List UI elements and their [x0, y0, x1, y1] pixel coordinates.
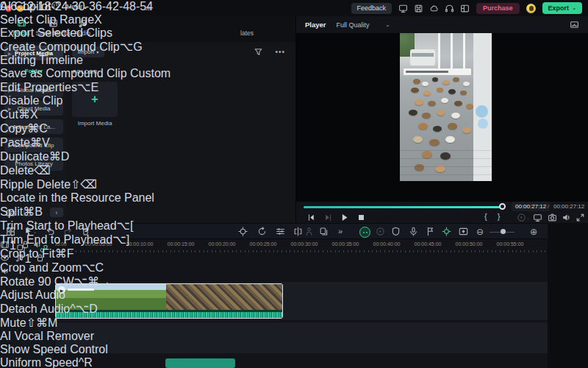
split-icon[interactable]: [293, 227, 303, 236]
next-frame-icon[interactable]: [323, 213, 333, 222]
menu-item-ai-vocal-remover[interactable]: AI Vocal Remover: [0, 330, 171, 343]
stop-icon[interactable]: [356, 213, 366, 222]
cat-blob: [409, 110, 417, 116]
cat-blob: [437, 110, 445, 116]
snapshot-icon[interactable]: [548, 213, 557, 222]
tab-lates[interactable]: lates: [226, 18, 268, 37]
filmora-window: Feedback Purchase Export ⌄ MediaStock Me…: [0, 0, 588, 368]
cat-blob: [462, 127, 471, 133]
mirror-screen-icon[interactable]: [533, 213, 542, 222]
player-panel: Player Full Quality⌄: [295, 16, 588, 223]
adjust-sliders-icon[interactable]: [276, 227, 285, 236]
ruler-timecode: 00:00:45:00: [415, 241, 442, 247]
cat-blob: [466, 104, 473, 109]
ruler-timecode: 00:00:50:00: [456, 241, 483, 247]
menu-item-copy[interactable]: Copy⌘C: [0, 121, 171, 135]
pavement-tiles: [400, 150, 492, 181]
menu-item-rotate-90-cw[interactable]: Rotate 90 CW⌥⌘→: [0, 275, 171, 289]
menu-item-crop-and-zoom[interactable]: Crop and Zoom⌥C: [0, 261, 171, 275]
cat-blob: [460, 91, 467, 95]
seek-handle[interactable]: [499, 203, 506, 210]
cat-blob: [428, 101, 436, 106]
ai-portrait-icon[interactable]: [359, 227, 370, 238]
speed-icon[interactable]: [304, 227, 314, 236]
mask-icon[interactable]: [391, 227, 401, 236]
render-play-icon[interactable]: [376, 227, 385, 236]
motion-track-icon[interactable]: [238, 227, 248, 236]
headset-icon[interactable]: [445, 4, 454, 13]
preview-mode-icon[interactable]: [570, 20, 579, 29]
fullscreen-icon[interactable]: [576, 213, 585, 222]
timecode-separator: /: [548, 203, 549, 210]
current-timecode: 00:00:27:12: [512, 202, 550, 211]
previous-frame-icon[interactable]: [306, 213, 316, 222]
cat-blob: [413, 79, 420, 84]
menu-item-crop-to-fit[interactable]: Crop to Fit⌘F: [0, 247, 171, 261]
zoom-in-icon[interactable]: ⊕: [530, 227, 537, 237]
menu-item-delete[interactable]: Delete⌫: [0, 163, 171, 177]
play-icon[interactable]: [340, 213, 349, 222]
ruler-timecode: 00:00:55:00: [497, 241, 524, 247]
ai-frame-icon[interactable]: [442, 227, 451, 236]
workspace-icon[interactable]: [460, 4, 470, 13]
feedback-button[interactable]: Feedback: [351, 3, 392, 14]
menu-item-trim-end-to-playhead: Trim End to Playhead⌥]: [0, 233, 171, 247]
menu-item-editing-timeline: Editing Timeline: [0, 54, 171, 67]
render-preview-icon[interactable]: ⌄: [517, 213, 530, 222]
seek-bar[interactable]: [304, 206, 503, 208]
menu-item-trim-start-to-playhead: Trim Start to Playhead⌥[: [0, 219, 171, 233]
purchase-button[interactable]: Purchase: [476, 3, 520, 14]
record-voiceover-icon[interactable]: [409, 227, 418, 236]
more-chevrons-icon[interactable]: »: [338, 227, 343, 236]
export-button[interactable]: Export ⌄: [542, 2, 582, 14]
menu-item-locate-in-the-resource-panel[interactable]: Locate in the Resource Panel: [0, 191, 171, 205]
cat-blob: [448, 123, 457, 130]
rotate-icon[interactable]: [257, 227, 267, 236]
total-timecode: 00:00:27:12: [553, 203, 584, 210]
copy-attributes-icon[interactable]: [319, 227, 329, 236]
caption-banner: [404, 68, 471, 75]
volume-icon[interactable]: [562, 213, 571, 222]
ruler-timecode: 00:00:20:00: [209, 241, 236, 247]
blue-object: [476, 105, 488, 118]
menu-item-adjust-audio[interactable]: Adjust Audio: [0, 289, 171, 302]
video-preview: [400, 33, 492, 181]
zoom-out-icon[interactable]: ⊖: [476, 227, 484, 237]
menu-item-cut[interactable]: Cut⌘X: [0, 107, 171, 121]
cat-blob: [423, 91, 431, 96]
player-title: Player: [305, 21, 326, 29]
menu-item-save-as-compound-clip-custom: Save as Compound Clip Custom: [0, 67, 171, 80]
promo-coin-icon[interactable]: [526, 4, 536, 13]
timeline-zoom-knob[interactable]: [501, 229, 506, 234]
menu-item-ripple-delete[interactable]: Ripple Delete⇧⌫: [0, 177, 171, 191]
cloud-icon[interactable]: [429, 4, 439, 13]
cat-blob: [429, 139, 440, 146]
cat-blob: [413, 136, 423, 143]
menu-item-uniform-speed[interactable]: Uniform Speed^R: [0, 356, 171, 368]
audio-clip[interactable]: [165, 358, 235, 368]
menu-item-select-clip-range[interactable]: Select Clip RangeX: [0, 13, 171, 26]
video-viewport: [296, 33, 588, 202]
cat-blob: [415, 99, 423, 105]
menu-item-paste: Paste⌘V: [0, 135, 171, 149]
menu-item-create-compound-clip[interactable]: Create Compound Clip⌥G: [0, 40, 171, 54]
menu-item-disable-clip[interactable]: Disable Clip: [0, 94, 171, 107]
menu-item-show-speed-control[interactable]: Show Speed Control: [0, 343, 171, 356]
cat-blob: [454, 101, 462, 106]
menu-item-mute[interactable]: Mute⇧⌘M: [0, 316, 171, 330]
filter-icon[interactable]: [254, 47, 263, 57]
mark-in-out-icons[interactable]: {}: [484, 212, 510, 221]
menu-item-detach-audio[interactable]: Detach Audio^⌥D: [0, 302, 171, 316]
display-icon[interactable]: [398, 4, 408, 13]
more-icon[interactable]: •••: [275, 47, 285, 57]
marker-icon[interactable]: [426, 227, 435, 236]
menu-item-edit-properties[interactable]: Edit Properties⌥E: [0, 80, 171, 94]
keyframe-icon[interactable]: [459, 227, 468, 236]
save-icon[interactable]: [414, 4, 423, 13]
chevron-down-icon: ⌄: [386, 22, 390, 28]
ruler-timecode: 00:00:40:00: [373, 241, 401, 247]
menu-item-export-selected-clips[interactable]: Export Selected Clips: [0, 26, 171, 40]
quality-dropdown[interactable]: Full Quality⌄: [337, 21, 390, 29]
menu-item-ai-copilot[interactable]: AI Copilot: [0, 0, 171, 13]
menu-item-duplicate[interactable]: Duplicate⌘D: [0, 149, 171, 163]
